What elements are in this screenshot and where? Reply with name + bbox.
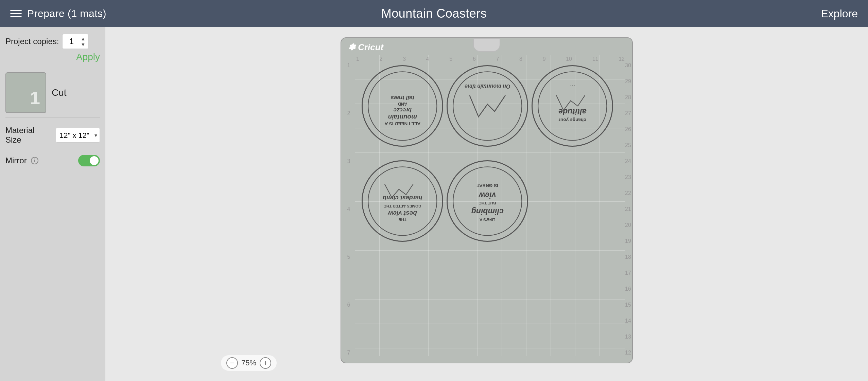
main-layout: Project copies: ▲ ▼ Apply 1 Cut Material… — [0, 27, 868, 381]
explore-button[interactable]: Explore — [821, 7, 858, 20]
svg-text:ALL I NEED IS A: ALL I NEED IS A — [384, 121, 420, 126]
svg-text:COMES AFTER THE: COMES AFTER THE — [384, 204, 421, 208]
mat-hanger — [473, 38, 500, 52]
mirror-info-icon[interactable]: i — [31, 157, 38, 164]
mat-label: Cut — [52, 87, 67, 98]
svg-text:breeze: breeze — [393, 107, 411, 113]
coaster-4[interactable]: THE best view COMES AFTER THE hardest cl… — [362, 160, 443, 242]
project-copies-row: Project copies: ▲ ▼ — [5, 34, 100, 49]
material-size-select-wrapper: 12" x 12" 12" x 24" — [56, 128, 100, 143]
svg-text:tall trees: tall trees — [390, 95, 414, 101]
zoom-plus-icon: + — [263, 359, 268, 367]
sidebar: Project copies: ▲ ▼ Apply 1 Cut Material… — [0, 27, 105, 381]
cutting-mat: ✽ Cricut 1 2 3 4 5 6 7 8 9 10 11 12 — [341, 37, 633, 363]
svg-point-8 — [538, 72, 607, 140]
prepare-label: Prepare (1 mats) — [27, 8, 106, 19]
material-size-label: Material Size — [5, 126, 52, 145]
coaster-1[interactable]: ALL I NEED IS A mountain breeze AND tall… — [362, 65, 443, 147]
mirror-toggle[interactable] — [78, 155, 100, 166]
toggle-slider — [78, 155, 100, 166]
main-content: ✽ Cricut 1 2 3 4 5 6 7 8 9 10 11 12 — [105, 27, 868, 381]
mat-thumbnail-row: 1 Cut — [5, 68, 100, 117]
project-copies-label: Project copies: — [5, 37, 59, 46]
copies-down-button[interactable]: ▼ — [80, 42, 86, 47]
coaster-3-svg: change your altitude · · · — [537, 70, 608, 142]
ruler-left: 1 2 3 4 5 6 7 — [342, 62, 355, 356]
svg-text:AND: AND — [398, 101, 407, 106]
material-size-row: Material Size 12" x 12" 12" x 24" — [5, 126, 100, 145]
svg-text:IS GREAT: IS GREAT — [476, 183, 498, 188]
copies-up-button[interactable]: ▲ — [80, 36, 86, 41]
svg-text:On mountain time: On mountain time — [465, 84, 510, 89]
coaster-2-svg: On mountain time — [452, 70, 523, 142]
coaster-5[interactable]: LIFE'S A climbing BUT THE view IS GREAT — [447, 160, 528, 242]
svg-text:· · ·: · · · — [570, 84, 575, 88]
mat-thumbnail[interactable]: 1 — [5, 72, 46, 113]
coaster-4-svg: THE best view COMES AFTER THE hardest cl… — [367, 165, 438, 237]
mirror-label: Mirror — [5, 156, 27, 165]
svg-point-6 — [453, 72, 522, 140]
mat-container: ✽ Cricut 1 2 3 4 5 6 7 8 9 10 11 12 — [341, 37, 633, 363]
zoom-in-button[interactable]: + — [260, 357, 271, 369]
svg-text:hardest climb: hardest climb — [383, 194, 422, 201]
cricut-logo: ✽ Cricut — [348, 42, 383, 53]
svg-text:THE: THE — [398, 218, 406, 222]
header: Prepare (1 mats) Mountain Coasters Explo… — [0, 0, 868, 27]
copies-input[interactable] — [65, 37, 78, 46]
header-title: Prepare (1 mats) — [27, 8, 106, 19]
svg-text:view: view — [478, 191, 496, 200]
mat-thumb-number: 1 — [30, 87, 40, 108]
zoom-controls: − 75% + — [221, 355, 277, 371]
menu-button[interactable] — [10, 10, 22, 17]
coaster-3[interactable]: change your altitude · · · — [532, 65, 613, 147]
ruler-right: 30 29 28 27 26 25 24 23 22 21 20 19 18 1… — [625, 62, 631, 356]
coaster-5-svg: LIFE'S A climbing BUT THE view IS GREAT — [452, 165, 523, 237]
copies-arrows: ▲ ▼ — [80, 36, 86, 47]
svg-text:BUT THE: BUT THE — [479, 201, 496, 205]
mirror-row: Mirror i — [5, 155, 100, 166]
apply-button[interactable]: Apply — [76, 52, 100, 62]
zoom-out-button[interactable]: − — [226, 357, 238, 369]
coaster-2[interactable]: On mountain time — [447, 65, 528, 147]
material-size-select[interactable]: 12" x 12" 12" x 24" — [56, 128, 100, 143]
coaster-1-svg: ALL I NEED IS A mountain breeze AND tall… — [367, 70, 438, 142]
svg-text:climbing: climbing — [471, 207, 503, 216]
zoom-level: 75% — [241, 359, 256, 367]
svg-text:change your: change your — [558, 117, 586, 123]
svg-text:best view: best view — [387, 210, 417, 217]
zoom-minus-icon: − — [230, 359, 235, 367]
copies-input-wrapper: ▲ ▼ — [62, 34, 89, 49]
svg-text:LIFE'S A: LIFE'S A — [479, 218, 495, 222]
svg-text:mountain: mountain — [388, 113, 417, 121]
project-title: Mountain Coasters — [381, 6, 487, 21]
